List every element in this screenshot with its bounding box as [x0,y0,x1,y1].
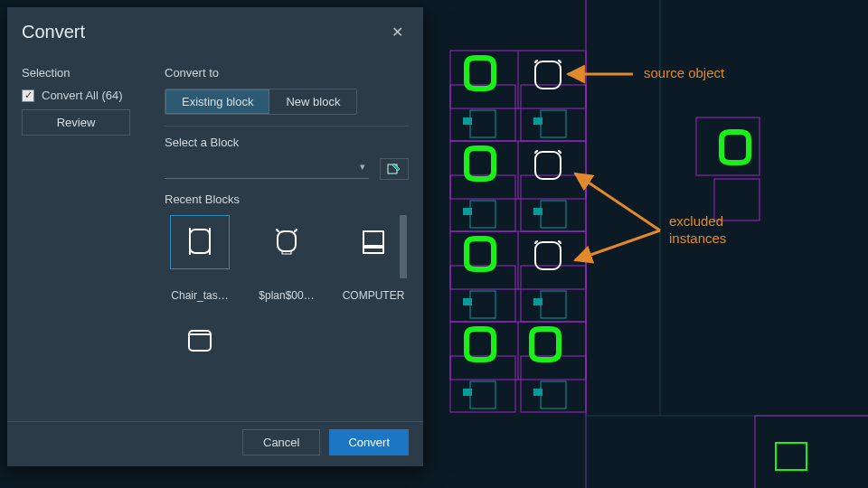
annotation-excluded: excluded instances [669,213,741,248]
convert-to-section-label: Convert to [165,66,409,80]
convert-button[interactable]: Convert [329,429,409,455]
selection-section-label: Selection [22,66,156,80]
block-type-segmented: Existing block New block [165,89,357,115]
chevron-down-icon: ▾ [360,161,365,173]
convert-dialog: Convert ✕ Selection Convert All (64) Rev… [7,7,423,466]
block-tile-plan[interactable]: $plan$00… [251,215,322,302]
block-tile-computer[interactable]: COMPUTER [338,215,409,302]
svg-rect-16 [190,230,210,253]
block-pick-icon [387,163,401,175]
tab-existing-block[interactable]: Existing block [165,89,269,114]
block-tile-chair[interactable]: Chair_tas… [165,215,235,302]
svg-rect-10 [755,416,868,488]
block-tile-fsplan[interactable]: FS_Plan [165,314,235,378]
scrollbar-thumb[interactable] [400,215,407,278]
annotation-source: source object [644,65,724,80]
cancel-button[interactable]: Cancel [242,429,320,455]
svg-rect-11 [776,443,807,470]
recent-blocks-label: Recent Blocks [165,192,409,206]
block-tile-label: Chair_tas… [165,289,235,302]
dialog-title: Convert [22,22,85,42]
chair-icon [182,224,218,260]
review-button[interactable]: Review [22,109,130,136]
svg-rect-20 [282,251,291,254]
select-block-label: Select a Block [165,136,409,149]
recent-blocks-grid: Chair_tas… $plan$00… COMPUTER FS_Plan [165,215,409,378]
grid-scrollbar[interactable] [400,215,407,378]
svg-rect-9 [586,416,868,488]
block-tile-label: COMPUTER [338,289,409,302]
svg-rect-19 [278,231,296,251]
convert-all-label: Convert All (64) [42,89,123,102]
block-tile-label: $plan$00… [251,289,322,302]
plan-icon [269,224,305,260]
divider [165,126,409,127]
block-select-dropdown[interactable]: ▾ [165,159,369,179]
computer-icon [355,224,392,260]
svg-rect-21 [363,231,383,246]
close-icon[interactable]: ✕ [386,20,409,44]
convert-all-checkbox[interactable] [22,89,34,102]
fsplan-icon [182,324,218,360]
svg-rect-22 [363,248,383,253]
tab-new-block[interactable]: New block [269,89,356,114]
pick-block-button[interactable] [380,158,409,180]
